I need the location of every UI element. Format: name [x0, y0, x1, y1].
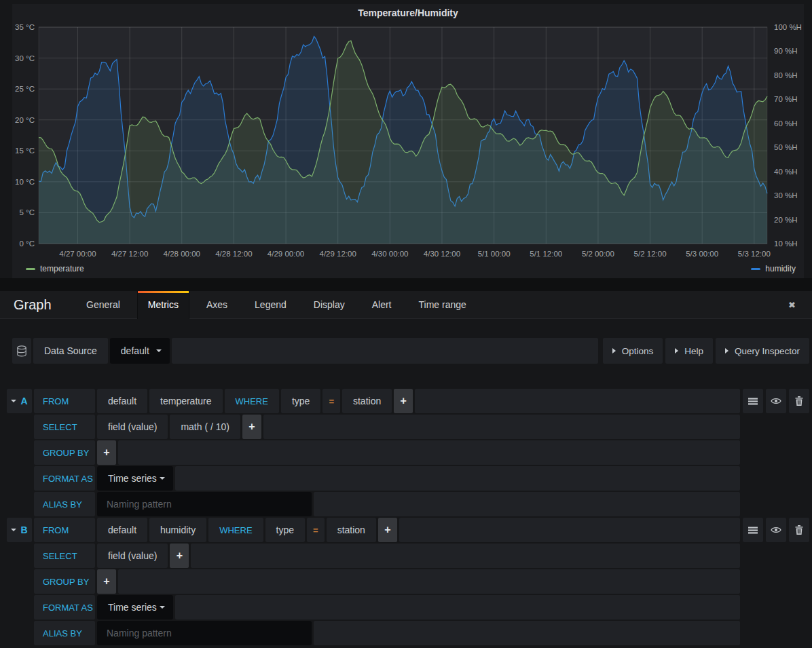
options-button[interactable]: Options	[603, 338, 663, 364]
segment-field-value[interactable]: field (value)	[97, 544, 168, 568]
legend-item-humidity[interactable]: humidity	[751, 264, 796, 273]
caret-right-icon	[675, 348, 678, 354]
format-as-select[interactable]: Time series	[97, 595, 173, 620]
tab-display[interactable]: Display	[303, 291, 355, 319]
row-spacer	[118, 440, 740, 465]
y-axis-right-tick: 20 %H	[774, 216, 798, 224]
legend-color-humidity	[751, 268, 760, 270]
chevron-down-icon	[11, 529, 16, 531]
query-visibility-button[interactable]	[766, 389, 786, 413]
row-spacer	[175, 595, 740, 620]
segment-temperature[interactable]: temperature	[149, 389, 222, 413]
row-spacer	[191, 544, 740, 568]
y-axis-right-tick: 70 %H	[774, 95, 798, 103]
time-series-chart[interactable]: 4/27 00:004/27 12:004/28 00:004/28 12:00…	[12, 4, 804, 262]
x-axis-tick: 5/2 00:00	[582, 250, 614, 258]
legend-label-temperature[interactable]: temperature	[40, 264, 84, 273]
editor-tabs: GeneralMetricsAxesLegendDisplayAlertTime…	[76, 291, 483, 319]
help-button[interactable]: Help	[665, 338, 713, 364]
clause-label-select: SELECT	[34, 415, 95, 439]
query-inspector-button[interactable]: Query Inspector	[716, 338, 809, 364]
keyword-where[interactable]: WHERE	[208, 518, 263, 542]
x-axis-tick: 5/2 12:00	[634, 250, 667, 258]
query-delete-button[interactable]	[789, 518, 809, 542]
tab-alert[interactable]: Alert	[362, 291, 402, 319]
alias-by-input[interactable]: Naming pattern	[97, 492, 312, 516]
tab-legend[interactable]: Legend	[244, 291, 297, 319]
y-axis-right-tick: 30 %H	[774, 191, 798, 199]
query-editor: AFROMdefaulttemperatureWHEREtype=station…	[7, 389, 809, 647]
query-b-row-format-as: FORMAT ASTime series	[34, 595, 809, 620]
row-spacer	[314, 492, 740, 516]
query-menu-button[interactable]	[743, 389, 763, 413]
tab-axes[interactable]: Axes	[196, 291, 238, 319]
query-collapse-toggle-b[interactable]: B	[7, 518, 32, 542]
segment-default[interactable]: default	[97, 518, 147, 542]
query-visibility-button[interactable]	[766, 518, 786, 542]
datasource-select[interactable]: default	[110, 338, 170, 364]
query-delete-button[interactable]	[789, 389, 809, 413]
query-b-row-group-by: GROUP BY+	[34, 569, 809, 594]
operator-segment[interactable]: =	[307, 518, 325, 542]
query-a-row-from: AFROMdefaulttemperatureWHEREtype=station…	[7, 389, 809, 413]
y-axis-right-tick: 80 %H	[774, 71, 798, 79]
menu-icon	[748, 397, 758, 406]
row-spacer	[415, 389, 740, 413]
y-axis-right-tick: 60 %H	[774, 119, 798, 128]
y-axis-right-tick: 40 %H	[774, 168, 798, 176]
datasource-row: Data Source default Options Help Query I…	[12, 338, 809, 364]
tab-general[interactable]: General	[76, 291, 130, 319]
y-axis-right-tick: 10 %H	[774, 240, 798, 248]
x-axis-tick: 5/3 12:00	[738, 250, 771, 258]
x-axis-tick: 4/30 12:00	[424, 250, 460, 258]
y-axis-left-tick: 15 °C	[15, 147, 35, 155]
segment-field-value[interactable]: field (value)	[97, 415, 168, 439]
keyword-where[interactable]: WHERE	[225, 389, 279, 413]
toolbar-spacer	[172, 338, 598, 364]
panel-divider	[0, 278, 812, 291]
chevron-down-icon	[160, 477, 165, 480]
segment-humidity[interactable]: humidity	[149, 518, 206, 542]
tab-metrics[interactable]: Metrics	[137, 291, 189, 319]
add-segment-button[interactable]: +	[97, 569, 116, 594]
chevron-down-icon	[11, 400, 16, 402]
row-spacer	[399, 518, 740, 542]
x-axis-tick: 4/29 12:00	[320, 250, 356, 258]
segment-default[interactable]: default	[97, 389, 147, 413]
row-spacer	[118, 569, 740, 594]
query-a: AFROMdefaulttemperatureWHEREtype=station…	[7, 389, 809, 516]
add-segment-button[interactable]: +	[394, 389, 413, 413]
segment-station[interactable]: station	[327, 518, 376, 542]
add-segment-button[interactable]: +	[97, 440, 116, 465]
tab-time-range[interactable]: Time range	[408, 291, 476, 319]
clause-label-alias-by: ALIAS BY	[34, 621, 95, 645]
x-axis-tick: 5/3 00:00	[686, 250, 718, 258]
add-segment-button[interactable]: +	[170, 544, 189, 568]
legend-label-humidity[interactable]: humidity	[765, 264, 796, 273]
query-letter: B	[20, 525, 27, 535]
legend-color-temperature	[26, 268, 35, 270]
x-axis-tick: 4/27 00:00	[59, 250, 96, 258]
query-a-row-select: SELECTfield (value)math ( / 10)+	[34, 415, 809, 439]
add-segment-button[interactable]: +	[242, 415, 261, 439]
clause-label-format-as: FORMAT AS	[34, 466, 95, 491]
format-as-select[interactable]: Time series	[97, 466, 173, 491]
segment-station[interactable]: station	[342, 389, 392, 413]
operator-segment[interactable]: =	[322, 389, 340, 413]
datasource-selected-value: default	[121, 345, 149, 356]
query-menu-button[interactable]	[743, 518, 763, 542]
x-axis-tick: 5/1 12:00	[530, 250, 562, 258]
close-icon[interactable]: ✖	[788, 291, 796, 319]
clause-label-select: SELECT	[34, 544, 95, 568]
alias-by-input[interactable]: Naming pattern	[97, 621, 312, 645]
segment-type[interactable]: type	[281, 389, 320, 413]
query-collapse-toggle-a[interactable]: A	[7, 389, 32, 413]
help-button-label: Help	[684, 346, 703, 356]
add-segment-button[interactable]: +	[378, 518, 397, 542]
segment-math-10[interactable]: math ( / 10)	[170, 415, 240, 439]
selected-value: Time series	[108, 473, 157, 484]
row-spacer	[175, 466, 740, 491]
segment-type[interactable]: type	[265, 518, 305, 542]
legend-item-temperature[interactable]: temperature	[26, 264, 84, 273]
panel-type-title: Graph	[14, 291, 52, 318]
